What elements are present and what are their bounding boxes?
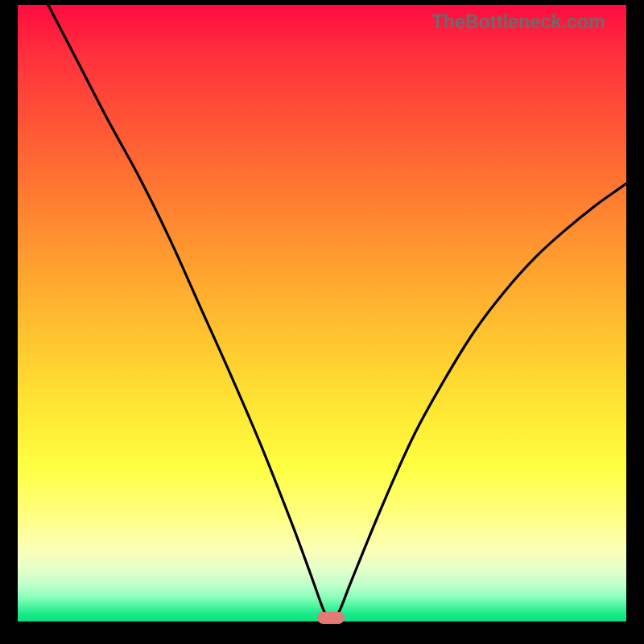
chart-frame: TheBottleneck.com xyxy=(0,0,644,644)
optimal-marker xyxy=(317,612,345,624)
bottleneck-curve xyxy=(18,5,626,621)
plot-area: TheBottleneck.com xyxy=(18,5,626,621)
curve-path xyxy=(48,5,626,620)
